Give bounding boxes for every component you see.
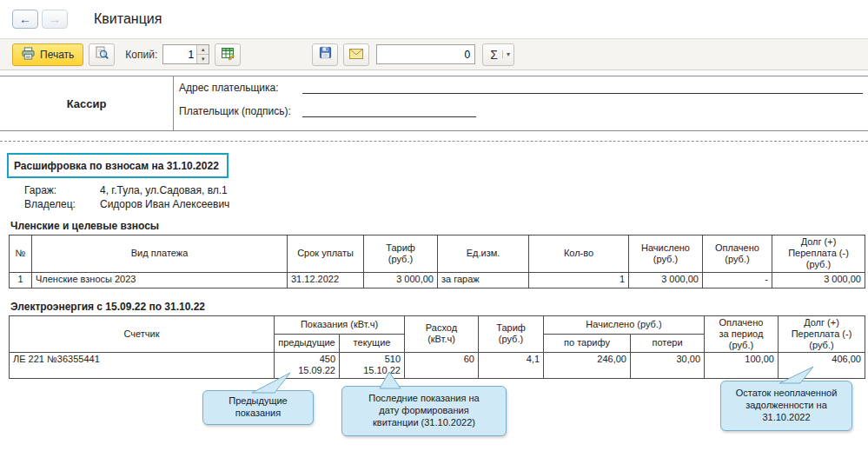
cell: 31.12.2022 xyxy=(288,272,364,288)
energy-table-title: Электроэнергия с 15.09.22 по 31.10.22 xyxy=(10,301,868,313)
header-cell: потери xyxy=(631,334,705,352)
owner-label: Владелец: xyxy=(24,198,100,212)
envelope-icon xyxy=(349,47,363,63)
cashier-label: Кассир xyxy=(67,97,107,110)
callout-latest-readings: Последние показания на дату формирования… xyxy=(341,386,507,436)
payer-address-label: Адрес плательщика: xyxy=(179,82,302,94)
header-cell: Долг (+) Переплата (-) (руб.) xyxy=(779,315,865,353)
details-title-highlight-box: Расшифровка по взносам на 31.10.2022 xyxy=(7,153,229,178)
cell: - xyxy=(703,272,772,288)
header-cell: по тарифу xyxy=(544,334,631,352)
toolbar: Печать Копий: ▲ ▼ xyxy=(0,38,868,70)
cell: 30,00 xyxy=(631,353,705,379)
header-cell: предыдущие xyxy=(275,334,340,352)
header-cell: Начислено (руб.) xyxy=(629,235,703,273)
header-cell: Начислено (руб.) xyxy=(544,315,705,334)
forward-arrow-icon: → xyxy=(49,12,61,26)
cell: 3 000,00 xyxy=(772,272,865,288)
copies-stepper: ▲ ▼ xyxy=(162,44,209,64)
print-button[interactable]: Печать xyxy=(12,43,83,66)
header-cell: Расход (кВт.ч) xyxy=(405,315,479,353)
cell: 60 xyxy=(405,353,479,379)
preview-button[interactable] xyxy=(89,43,115,66)
back-arrow-icon: ← xyxy=(19,12,31,26)
header-cell: Кол-во xyxy=(529,235,629,273)
cell: за гараж xyxy=(438,272,529,288)
floppy-save-icon xyxy=(319,46,332,63)
amount-input[interactable] xyxy=(376,44,475,64)
header-cell: Вид платежа xyxy=(32,235,288,273)
header-cell: Оплачено за период (руб.) xyxy=(705,315,779,353)
receipt-slip-header: Кассир Адрес плательщика: Плательщик (по… xyxy=(0,76,868,131)
header-cell: Ед.изм. xyxy=(438,235,529,273)
fees-header-row: № Вид платежа Срок уплаты Тариф (руб.) Е… xyxy=(10,235,865,273)
details-info: Гараж: 4, г.Тула, ул.Садовая, вл.1 Владе… xyxy=(24,184,868,212)
header-cell: Тариф (руб.) xyxy=(364,235,438,273)
cell: 3 000,00 xyxy=(364,272,438,288)
page-title: Квитанция xyxy=(94,11,162,27)
email-button[interactable] xyxy=(343,43,369,66)
cell: 3 000,00 xyxy=(629,272,703,288)
cell: 4,1 xyxy=(479,353,544,379)
cut-line xyxy=(0,141,868,142)
table-settings-icon xyxy=(221,46,235,63)
forward-button[interactable]: → xyxy=(42,10,68,29)
fees-table-row: 1 Членские взносы 2023 31.12.2022 3 000,… xyxy=(10,272,865,288)
cell: 246,00 xyxy=(544,353,631,379)
cell: 450 15.09.22 xyxy=(275,353,340,379)
header-cell: Показания (кВт.ч) xyxy=(275,315,405,334)
fees-table-title: Членские и целевые взносы xyxy=(10,220,868,232)
garage-value: 4, г.Тула, ул.Садовая, вл.1 xyxy=(100,184,228,198)
cell: 1 xyxy=(529,272,629,288)
header-cell: Долг (+) Переплата (-) (руб.) xyxy=(772,235,865,273)
copies-label: Копий: xyxy=(125,49,157,61)
title-bar: ← → Квитанция xyxy=(0,0,868,38)
sigma-icon: Σ xyxy=(490,48,498,62)
cell: 1 xyxy=(10,272,32,288)
payer-address-blank-line xyxy=(302,82,863,94)
details-title: Расшифровка по взносам на 31.10.2022 xyxy=(14,160,219,172)
header-cell: Счетчик xyxy=(10,315,275,353)
header-cell: текущие xyxy=(340,334,405,352)
cell: 510 15.10.22 xyxy=(340,353,405,379)
spin-down-icon[interactable]: ▼ xyxy=(197,55,209,63)
energy-header-row-1: Счетчик Показания (кВт.ч) Расход (кВт.ч)… xyxy=(10,315,865,334)
header-cell: Срок уплаты xyxy=(288,235,364,273)
save-button[interactable] xyxy=(312,43,338,66)
cell: Членские взносы 2023 xyxy=(32,272,288,288)
cashier-block: Кассир xyxy=(0,76,174,130)
page-setup-button[interactable] xyxy=(215,43,241,66)
preview-icon xyxy=(95,46,109,63)
sum-dropdown-button[interactable]: Σ ▾ xyxy=(482,43,514,66)
header-cell: Тариф (руб.) xyxy=(479,315,544,353)
garage-label: Гараж: xyxy=(24,184,100,198)
owner-value: Сидоров Иван Алексеевич xyxy=(100,198,229,212)
cell: ЛЕ 221 №36355441 xyxy=(10,353,275,379)
print-button-label: Печать xyxy=(40,49,74,61)
cell: 100,00 xyxy=(705,353,779,379)
energy-table: Счетчик Показания (кВт.ч) Расход (кВт.ч)… xyxy=(9,315,865,380)
callout-unpaid-debt: Остаток неоплаченной задолженности на 31… xyxy=(720,381,852,431)
back-button[interactable]: ← xyxy=(12,10,38,29)
payer-signature-blank-line xyxy=(302,105,476,117)
callout-previous-readings: Предыдущие показания xyxy=(202,390,314,425)
cell: 406,00 xyxy=(779,353,865,379)
energy-table-row: ЛЕ 221 №36355441 450 15.09.22 510 15.10.… xyxy=(10,353,865,379)
fees-table: № Вид платежа Срок уплаты Тариф (руб.) Е… xyxy=(9,235,865,289)
payer-signature-label: Плательщик (подпись): xyxy=(179,105,302,117)
chevron-down-icon: ▾ xyxy=(502,50,510,58)
printer-icon xyxy=(22,47,35,63)
header-cell: Оплачено (руб.) xyxy=(703,235,772,273)
payer-block: Адрес плательщика: Плательщик (подпись): xyxy=(174,76,868,130)
spin-up-icon[interactable]: ▲ xyxy=(197,45,209,55)
header-cell: № xyxy=(10,235,32,273)
